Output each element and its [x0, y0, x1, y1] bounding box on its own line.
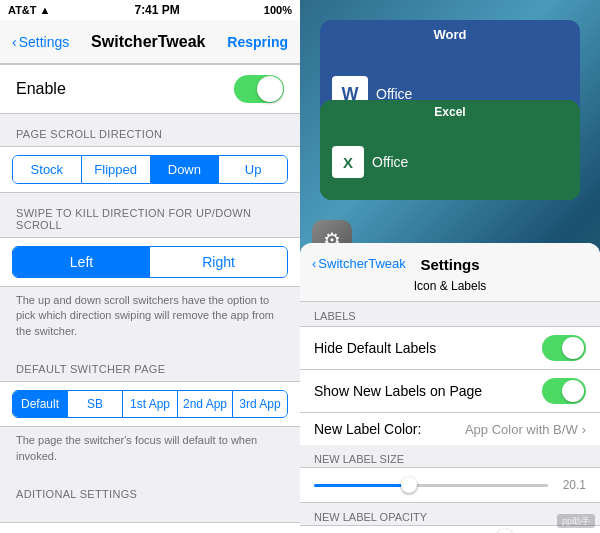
- page-scroll-group: Stock Flipped Down Up: [0, 146, 300, 193]
- btn-3rd-app[interactable]: 3rd App: [233, 391, 287, 417]
- overlay-back-label: SwitcherTweak: [318, 256, 405, 271]
- color-value-text: App Color with B/W: [465, 422, 578, 437]
- carrier-label: AT&T: [8, 4, 37, 16]
- default-page-header: DEFAULT SWITCHER PAGE: [0, 349, 300, 381]
- battery-label: 100%: [264, 4, 292, 16]
- default-page-group: Default SB 1st App 2nd App 3rd App: [0, 381, 300, 427]
- nav-bar: ‹ Settings SwitcherTweak Respring: [0, 20, 300, 64]
- swipe-header: SWIPE TO KILL DIRECTION FOR UP/DOWN SCRO…: [0, 193, 300, 237]
- label-color-row: New Label Color: App Color with B/W ›: [300, 412, 600, 445]
- status-bar-time: 7:41 PM: [134, 3, 179, 17]
- page-scroll-buttons: Stock Flipped Down Up: [12, 155, 288, 184]
- show-new-labels-row: Show New Labels on Page: [300, 369, 600, 412]
- label-opacity-slider-row: [300, 525, 600, 533]
- watermark: pp助手: [557, 510, 595, 528]
- excel-card[interactable]: Excel X Office: [320, 100, 580, 200]
- wifi-icon: ▲: [40, 4, 51, 16]
- opacity-slider-thumb[interactable]: [497, 529, 513, 533]
- slider-fill: [314, 484, 408, 487]
- enable-toggle[interactable]: [234, 75, 284, 103]
- swipe-group: Left Right: [0, 237, 300, 287]
- nav-title: SwitcherTweak: [91, 33, 205, 51]
- color-chevron-icon: ›: [582, 422, 586, 437]
- swipe-buttons: Left Right: [12, 246, 288, 278]
- enable-label: Enable: [16, 80, 66, 98]
- excel-app-name: Office: [372, 154, 408, 170]
- excel-title-bar: Excel: [320, 100, 580, 124]
- overlay-back-button[interactable]: ‹ SwitcherTweak: [312, 256, 406, 271]
- show-labels-toggle[interactable]: [542, 378, 586, 404]
- label-size-header: NEW LABEL SIZE: [300, 445, 600, 467]
- btn-down[interactable]: Down: [151, 156, 220, 183]
- status-bar: AT&T ▲ 7:41 PM 100%: [0, 0, 300, 20]
- settings-list: ⬛ Switcher Blur Settings › 📋 Label and I…: [0, 522, 300, 533]
- btn-1st-app[interactable]: 1st App: [123, 391, 178, 417]
- show-labels-label: Show New Labels on Page: [314, 383, 482, 399]
- excel-content: X Office: [320, 124, 580, 200]
- overlay-nav: ‹ SwitcherTweak Settings Icon & Labels: [300, 243, 600, 302]
- word-title-bar: Word: [320, 20, 580, 48]
- swipe-hint: The up and down scroll switchers have th…: [0, 287, 300, 349]
- status-bar-right: 100%: [264, 4, 292, 16]
- status-bar-left: AT&T ▲: [8, 4, 50, 16]
- btn-left[interactable]: Left: [13, 247, 150, 277]
- hide-default-labels-row: Hide Default Labels: [300, 326, 600, 369]
- slider-value: 20.1: [556, 478, 586, 492]
- settings-item-blur[interactable]: ⬛ Switcher Blur Settings ›: [0, 522, 300, 533]
- back-label: Settings: [19, 34, 70, 50]
- color-value[interactable]: App Color with B/W ›: [465, 422, 586, 437]
- right-panel: Word W Office Excel X Office ⚙: [300, 0, 600, 533]
- respring-button[interactable]: Respring: [227, 34, 288, 50]
- word-title: Word: [434, 27, 467, 42]
- hide-labels-toggle[interactable]: [542, 335, 586, 361]
- btn-right[interactable]: Right: [150, 247, 287, 277]
- enable-row: Enable: [0, 64, 300, 114]
- color-label: New Label Color:: [314, 421, 421, 437]
- overlay-nav-title: Settings: [420, 256, 479, 273]
- btn-stock[interactable]: Stock: [13, 156, 82, 183]
- overlay-subtitle: Icon & Labels: [312, 277, 588, 293]
- btn-sb[interactable]: SB: [68, 391, 123, 417]
- default-page-buttons: Default SB 1st App 2nd App 3rd App: [12, 390, 288, 418]
- nav-back-button[interactable]: ‹ Settings: [12, 34, 69, 50]
- left-panel: AT&T ▲ 7:41 PM 100% ‹ Settings SwitcherT…: [0, 0, 300, 533]
- slider-thumb[interactable]: [401, 477, 417, 493]
- back-chevron-icon: ‹: [12, 34, 17, 50]
- page-scroll-header: PAGE SCROLL DIRECTION: [0, 114, 300, 146]
- app-switcher: Word W Office Excel X Office ⚙: [300, 0, 600, 533]
- label-size-slider[interactable]: [314, 484, 548, 487]
- excel-icon: X: [332, 146, 364, 178]
- watermark-text: pp助手: [557, 514, 595, 528]
- btn-default[interactable]: Default: [13, 391, 68, 417]
- additional-header: ADITIONAL SETTINGS: [0, 474, 300, 506]
- btn-up[interactable]: Up: [219, 156, 287, 183]
- overlay-back-chevron-icon: ‹: [312, 256, 316, 271]
- btn-2nd-app[interactable]: 2nd App: [178, 391, 233, 417]
- excel-title: Excel: [434, 105, 465, 119]
- label-opacity-header: NEW LABEL OPACITY: [300, 503, 600, 525]
- label-size-slider-row: 20.1: [300, 467, 600, 503]
- overlay-card: ‹ SwitcherTweak Settings Icon & Labels L…: [300, 243, 600, 533]
- hide-labels-label: Hide Default Labels: [314, 340, 436, 356]
- default-page-hint: The page the switcher's focus will defau…: [0, 427, 300, 474]
- overlay-labels-header: LABELS: [300, 302, 600, 326]
- btn-flipped[interactable]: Flipped: [82, 156, 151, 183]
